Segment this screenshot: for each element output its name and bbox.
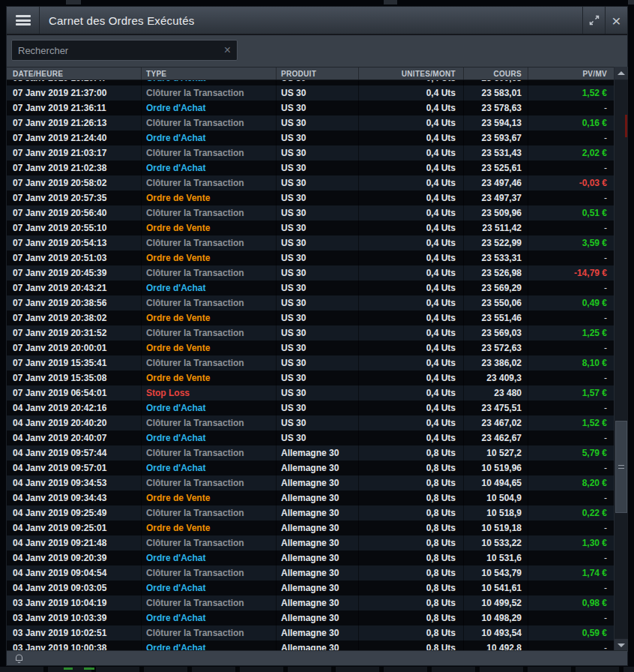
- table-row[interactable]: 04 Janv 2019 09:34:43Ordre de VenteAllem…: [7, 490, 615, 506]
- cell-date: 07 Janv 2019 21:26:13: [7, 116, 142, 130]
- cell-cours: 10 519,18: [464, 520, 528, 536]
- table-row[interactable]: 07 Janv 2019 20:51:03Ordre de VenteUS 30…: [7, 250, 615, 266]
- table-row[interactable]: 04 Janv 2019 20:40:20Clôturer la Transac…: [7, 416, 615, 430]
- search-input[interactable]: [12, 45, 218, 56]
- table-row[interactable]: 07 Janv 2019 21:24:40Ordre d'AchatUS 300…: [7, 130, 615, 146]
- table-row[interactable]: 04 Janv 2019 09:34:53Clôturer la Transac…: [7, 476, 615, 490]
- cell-unites: 0,8 Uts: [359, 580, 464, 596]
- table-row[interactable]: 04 Janv 2019 09:57:44Clôturer la Transac…: [7, 446, 615, 460]
- table-row[interactable]: 07 Janv 2019 15:35:41Clôturer la Transac…: [7, 356, 615, 370]
- table-row[interactable]: 04 Janv 2019 09:21:48Clôturer la Transac…: [7, 536, 615, 550]
- search-clear-icon[interactable]: ×: [218, 44, 237, 57]
- cell-type: Ordre d'Achat: [142, 430, 277, 446]
- table-row[interactable]: 07 Janv 2019 21:03:17Clôturer la Transac…: [7, 146, 615, 160]
- cell-date: 07 Janv 2019 20:00:01: [7, 340, 142, 356]
- cell-unites: 0,4 Uts: [359, 100, 464, 116]
- cell-unites: 0,4 Uts: [359, 430, 464, 446]
- table-row[interactable]: 04 Janv 2019 09:04:54Clôturer la Transac…: [7, 566, 615, 580]
- column-header-produit[interactable]: PRODUIT: [277, 68, 359, 80]
- cell-date: 04 Janv 2019 20:42:16: [7, 400, 142, 416]
- cell-cours: 23 600,65: [464, 80, 528, 86]
- cell-pvmv: 8,10 €: [528, 356, 615, 370]
- table-row[interactable]: 07 Janv 2019 06:54:01Stop LossUS 300,4 U…: [7, 386, 615, 400]
- cell-produit: Allemagne 30: [277, 610, 359, 626]
- table-row[interactable]: 07 Janv 2019 15:35:08Ordre de VenteUS 30…: [7, 370, 615, 386]
- background-edge-strip: [0, 667, 634, 672]
- column-header-unites[interactable]: UNITES/MONT: [359, 68, 464, 80]
- table-row[interactable]: 07 Janv 2019 20:56:40Clôturer la Transac…: [7, 206, 615, 220]
- cell-type: Ordre d'Achat: [142, 130, 277, 146]
- scroll-up-button[interactable]: [615, 67, 628, 80]
- table-header: DATE/HEURE TYPE PRODUIT UNITES/MONT COUR…: [7, 67, 615, 80]
- scrollbar-thumb[interactable]: [615, 421, 627, 513]
- cell-produit: Allemagne 30: [277, 580, 359, 596]
- table-row[interactable]: 03 Janv 2019 10:03:39Ordre d'AchatAllema…: [7, 610, 615, 626]
- cell-unites: 0,4 Uts: [359, 80, 464, 86]
- table-row[interactable]: 04 Janv 2019 09:03:05Ordre d'AchatAllema…: [7, 580, 615, 596]
- background-edge-fragment: [66, 0, 81, 4]
- cell-date: 07 Janv 2019 20:55:10: [7, 220, 142, 236]
- cell-produit: Allemagne 30: [277, 520, 359, 536]
- table-row[interactable]: 03 Janv 2019 10:02:51Clôturer la Transac…: [7, 626, 615, 640]
- table-row[interactable]: 08 Janv 2019 16:10:47Ordre d'AchatUS 300…: [7, 80, 615, 86]
- column-header-type[interactable]: TYPE: [142, 68, 277, 80]
- cell-type: Clôturer la Transaction: [142, 446, 277, 460]
- cell-produit: Allemagne 30: [277, 596, 359, 610]
- vertical-scrollbar[interactable]: [614, 67, 627, 652]
- column-header-pvmv[interactable]: PV/MV: [528, 68, 615, 80]
- cell-produit: Allemagne 30: [277, 550, 359, 566]
- cell-type: Clôturer la Transaction: [142, 476, 277, 490]
- cell-pvmv: 2,02 €: [528, 146, 615, 160]
- table-row[interactable]: 04 Janv 2019 09:57:01Ordre d'AchatAllema…: [7, 460, 615, 476]
- cell-type: Clôturer la Transaction: [142, 86, 277, 100]
- column-header-cours[interactable]: COURS: [464, 68, 528, 80]
- table-row[interactable]: 07 Janv 2019 20:55:10Ordre de VenteUS 30…: [7, 220, 615, 236]
- table-row[interactable]: 07 Janv 2019 21:36:11Ordre d'AchatUS 300…: [7, 100, 615, 116]
- table-row[interactable]: 03 Janv 2019 10:04:19Clôturer la Transac…: [7, 596, 615, 610]
- cell-date: 07 Janv 2019 21:02:38: [7, 160, 142, 176]
- cell-cours: 23 509,96: [464, 206, 528, 220]
- column-header-date[interactable]: DATE/HEURE: [7, 68, 142, 80]
- notifications-button[interactable]: [7, 653, 24, 664]
- table-row[interactable]: 04 Janv 2019 09:20:39Ordre d'AchatAllema…: [7, 550, 615, 566]
- table-row[interactable]: 07 Janv 2019 20:31:52Clôturer la Transac…: [7, 326, 615, 340]
- cell-produit: US 30: [277, 160, 359, 176]
- table-row[interactable]: 07 Janv 2019 21:02:38Ordre d'AchatUS 300…: [7, 160, 615, 176]
- menu-button[interactable]: [7, 7, 40, 34]
- table-row[interactable]: 07 Janv 2019 20:57:35Ordre de VenteUS 30…: [7, 190, 615, 206]
- cell-unites: 0,8 Uts: [359, 550, 464, 566]
- cell-cours: 23 550,06: [464, 296, 528, 310]
- cell-pvmv: -: [528, 340, 615, 356]
- cell-cours: 23 462,67: [464, 430, 528, 446]
- table-row[interactable]: 07 Janv 2019 20:38:02Ordre de VenteUS 30…: [7, 310, 615, 326]
- table-row[interactable]: 07 Janv 2019 20:38:56Clôturer la Transac…: [7, 296, 615, 310]
- status-bar: [7, 650, 627, 665]
- cell-unites: 0,4 Uts: [359, 326, 464, 340]
- table-row[interactable]: 07 Janv 2019 20:58:02Clôturer la Transac…: [7, 176, 615, 190]
- cell-unites: 0,8 Uts: [359, 490, 464, 506]
- close-button[interactable]: ×: [605, 7, 627, 34]
- expand-button[interactable]: [582, 7, 605, 34]
- cell-pvmv: 8,20 €: [528, 476, 615, 490]
- background-chart-fragment: [64, 668, 73, 670]
- table-row[interactable]: 04 Janv 2019 09:25:49Clôturer la Transac…: [7, 506, 615, 520]
- cell-date: 07 Janv 2019 20:31:52: [7, 326, 142, 340]
- search-box[interactable]: ×: [11, 40, 238, 61]
- cell-type: Ordre d'Achat: [142, 400, 277, 416]
- table-row[interactable]: 07 Janv 2019 20:45:39Clôturer la Transac…: [7, 266, 615, 280]
- table-row[interactable]: 07 Janv 2019 20:00:01Ordre de VenteUS 30…: [7, 340, 615, 356]
- cell-type: Ordre de Vente: [142, 340, 277, 356]
- table-row[interactable]: 04 Janv 2019 20:42:16Ordre d'AchatUS 300…: [7, 400, 615, 416]
- cell-type: Clôturer la Transaction: [142, 326, 277, 340]
- table-row[interactable]: 07 Janv 2019 21:37:00Clôturer la Transac…: [7, 86, 615, 100]
- table-row[interactable]: 04 Janv 2019 20:40:07Ordre d'AchatUS 300…: [7, 430, 615, 446]
- cell-cours: 23 409,3: [464, 370, 528, 386]
- cell-cours: 23 572,63: [464, 340, 528, 356]
- table-row[interactable]: 07 Janv 2019 21:26:13Clôturer la Transac…: [7, 116, 615, 130]
- table-row[interactable]: 04 Janv 2019 09:25:01Ordre de VenteAllem…: [7, 520, 615, 536]
- cell-produit: US 30: [277, 326, 359, 340]
- table-row[interactable]: 07 Janv 2019 20:43:21Ordre d'AchatUS 300…: [7, 280, 615, 296]
- cell-unites: 0,4 Uts: [359, 190, 464, 206]
- cell-date: 07 Janv 2019 20:57:35: [7, 190, 142, 206]
- table-row[interactable]: 07 Janv 2019 20:54:13Clôturer la Transac…: [7, 236, 615, 250]
